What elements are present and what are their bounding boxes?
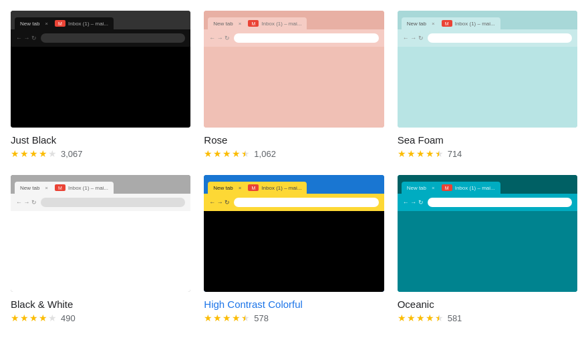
star-4: ★ [39, 313, 47, 323]
star-4: ★ [39, 148, 47, 159]
star-5: ★ [48, 313, 57, 323]
star-1: ★ [204, 313, 212, 323]
theme-card-rose[interactable]: New tab × M Inbox (1) – mai... ← → ↻ Ros… [204, 11, 384, 159]
rating-count-hcc: 578 [254, 313, 269, 323]
star-3: ★ [223, 148, 231, 159]
theme-title-bw: Black & White [11, 299, 190, 310]
star-1: ★ [398, 148, 406, 159]
star-4: ★ [232, 148, 241, 159]
star-1: ★ [204, 148, 212, 159]
star-3: ★ [416, 148, 425, 159]
star-5: ★ [435, 148, 444, 159]
themes-grid: New tab × M Inbox (1) – mai... ← → ↻ Jus… [11, 11, 577, 323]
stars-oceanic: ★ ★ ★ ★ ★ [398, 313, 444, 323]
star-2: ★ [407, 313, 416, 323]
stars-rose: ★ ★ ★ ★ ★ [204, 148, 250, 159]
stars-bw: ★ ★ ★ ★ ★ [11, 313, 57, 323]
star-2: ★ [213, 148, 222, 159]
rating-count-bw: 490 [61, 313, 76, 323]
theme-title-oceanic: Oceanic [398, 299, 577, 310]
star-5: ★ [241, 148, 250, 159]
theme-rating-rose: ★ ★ ★ ★ ★ 1,062 [204, 148, 384, 159]
theme-card-seafoam[interactable]: New tab × M Inbox (1) – mai... ← → ↻ Sea… [398, 11, 577, 159]
star-3: ★ [29, 148, 38, 159]
star-3: ★ [416, 313, 425, 323]
rating-count-just-black: 3,067 [61, 149, 83, 159]
star-4: ★ [232, 313, 241, 323]
star-4: ★ [426, 148, 434, 159]
theme-preview-hcc: New tab × M Inbox (1) – mai... ← → ↻ [204, 175, 384, 292]
theme-preview-bw: New tab × M Inbox (1) – mai... ← → ↻ [11, 175, 190, 292]
rating-count-oceanic: 581 [448, 313, 462, 323]
star-2: ★ [213, 313, 222, 323]
star-5: ★ [241, 313, 250, 323]
rating-count-rose: 1,062 [254, 149, 276, 159]
star-5: ★ [48, 148, 57, 159]
theme-card-bw[interactable]: New tab × M Inbox (1) – mai... ← → ↻ Bla… [11, 175, 190, 323]
theme-rating-just-black: ★ ★ ★ ★ ★ 3,067 [11, 148, 190, 159]
star-3: ★ [223, 313, 231, 323]
star-3: ★ [29, 313, 38, 323]
star-1: ★ [398, 313, 406, 323]
star-2: ★ [20, 148, 29, 159]
theme-rating-hcc: ★ ★ ★ ★ ★ 578 [204, 313, 384, 323]
theme-title-just-black: Just Black [11, 134, 190, 146]
theme-card-just-black[interactable]: New tab × M Inbox (1) – mai... ← → ↻ Jus… [11, 11, 190, 159]
theme-rating-oceanic: ★ ★ ★ ★ ★ 581 [398, 313, 577, 323]
rating-count-seafoam: 714 [448, 149, 462, 159]
theme-title-seafoam: Sea Foam [398, 134, 577, 146]
star-1: ★ [11, 313, 19, 323]
stars-just-black: ★ ★ ★ ★ ★ [11, 148, 57, 159]
theme-rating-bw: ★ ★ ★ ★ ★ 490 [11, 313, 190, 323]
theme-card-hcc[interactable]: New tab × M Inbox (1) – mai... ← → ↻ Hig… [204, 175, 384, 323]
theme-card-oceanic[interactable]: New tab × M Inbox (1) – mai... ← → ↻ Oce… [398, 175, 577, 323]
theme-preview-just-black: New tab × M Inbox (1) – mai... ← → ↻ [11, 11, 190, 128]
theme-preview-seafoam: New tab × M Inbox (1) – mai... ← → ↻ [398, 11, 577, 128]
theme-title-rose: Rose [204, 134, 384, 146]
theme-title-hcc: High Contrast Colorful [204, 299, 384, 310]
theme-preview-oceanic: New tab × M Inbox (1) – mai... ← → ↻ [398, 175, 577, 292]
stars-seafoam: ★ ★ ★ ★ ★ [398, 148, 444, 159]
star-1: ★ [11, 148, 19, 159]
theme-preview-rose: New tab × M Inbox (1) – mai... ← → ↻ [204, 11, 384, 128]
star-5: ★ [435, 313, 444, 323]
star-2: ★ [20, 313, 29, 323]
star-2: ★ [407, 148, 416, 159]
star-4: ★ [426, 313, 434, 323]
theme-rating-seafoam: ★ ★ ★ ★ ★ 714 [398, 148, 577, 159]
stars-hcc: ★ ★ ★ ★ ★ [204, 313, 250, 323]
